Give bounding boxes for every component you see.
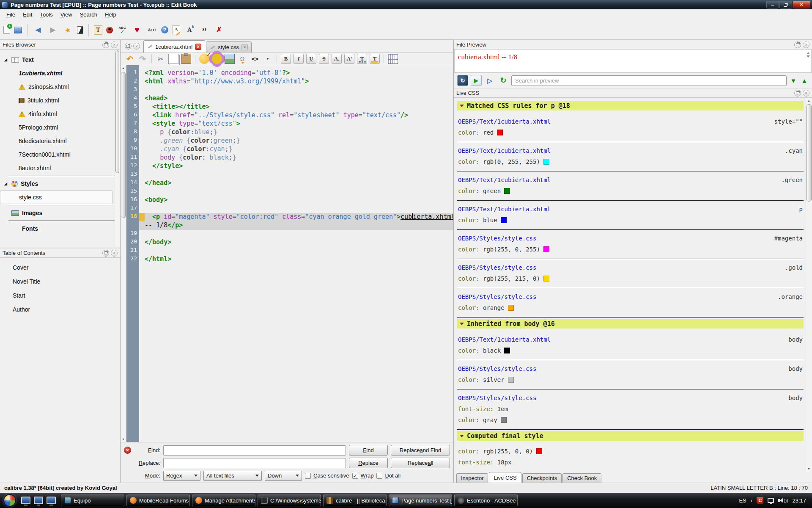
editor-scrollbar[interactable]: ▲ ▼ (121, 65, 126, 442)
code-editor[interactable]: ▲ ▼ 12345678910111213141516171819202122 … (121, 65, 453, 442)
find-previous-icon[interactable]: ▲ (800, 75, 809, 86)
close-panel-button[interactable]: × (111, 41, 118, 48)
file-item-5prologo-xhtml[interactable]: 5Prologo.xhtml (0, 121, 120, 134)
forward-icon[interactable]: ▶ (47, 25, 58, 36)
toc-item-novel-title[interactable]: Novel Title (0, 274, 120, 288)
volume-icon[interactable]: ))) (778, 498, 788, 503)
start-button[interactable] (3, 494, 16, 507)
code-line[interactable]: <p id="magenta" style="color:red" class=… (139, 213, 453, 221)
remove-unused-icon[interactable]: ✗ (214, 25, 225, 36)
find-next-icon[interactable]: ▼ (789, 75, 798, 86)
close-panel-button[interactable]: × (111, 250, 118, 257)
restore-button[interactable] (779, 1, 792, 8)
replace-input[interactable] (163, 458, 346, 468)
tag-dropdown-icon[interactable]: ▾ (263, 54, 273, 64)
taskbar-clock[interactable]: 23:17 (792, 497, 806, 504)
replace-button[interactable]: Replace (349, 458, 388, 468)
preview-content[interactable]: cubierta.xhtml -- 1/8 (454, 49, 812, 73)
code-line[interactable]: .green {color:green;} (139, 137, 453, 145)
css-rule-file-link[interactable]: OEBPS/Styles/style.css (458, 365, 536, 372)
css-rule-file-link[interactable]: OEBPS/Styles/style.css (458, 293, 536, 300)
preview-search-input[interactable] (511, 75, 787, 86)
bold-icon[interactable]: B (281, 54, 291, 64)
file-item-6dedicatoria-xhtml[interactable]: 6dedicatoria.xhtml (0, 134, 120, 148)
code-line[interactable]: body {color: black;} (139, 154, 453, 162)
css-rule-file-link[interactable]: OEBPS/Styles/style.css (458, 395, 536, 401)
insert-text-icon[interactable]: T (94, 25, 102, 35)
collapse-arrow-icon[interactable] (460, 105, 464, 107)
scroll-down-icon[interactable]: ▼ (806, 466, 812, 472)
checkbox-wrap[interactable]: ✓Wrap (352, 472, 374, 479)
network-icon[interactable] (768, 498, 774, 503)
css-rule-file-link[interactable]: OEBPS/Text/1cubierta.xhtml (458, 147, 551, 154)
strikethrough-icon[interactable]: S (319, 54, 329, 64)
task-button-equipo[interactable]: Equipo (61, 494, 124, 506)
section-fonts[interactable]: Fonts (0, 222, 120, 235)
code-line[interactable]: -- 1/8</p> (139, 221, 453, 230)
code-lines[interactable]: <?xml version='1.0' encoding='utf-8'?><h… (139, 65, 453, 442)
toc-item-start[interactable]: Start (0, 288, 120, 302)
files-scrollbar[interactable] (115, 50, 120, 247)
tray-chevron-icon[interactable]: ‹ (751, 497, 753, 504)
detach-icon[interactable]: ▷ (484, 75, 495, 86)
copy-icon[interactable] (168, 54, 178, 64)
code-line[interactable]: </style> (139, 162, 453, 171)
fix-text-icon[interactable]: A (172, 25, 180, 34)
back-icon[interactable]: ◀ (33, 25, 44, 36)
css-section-header-matched-css-rules-for-p-18[interactable]: Matched CSS rules for p @18 (457, 101, 804, 110)
fix-html-icon[interactable] (199, 54, 209, 64)
redo-icon[interactable]: ↷ (137, 54, 148, 64)
css-rule-file-link[interactable]: OEBPS/Text/1cubierta.xhtml (458, 206, 551, 213)
code-line[interactable]: p {color:blue;} (139, 128, 453, 137)
toc-item-author[interactable]: Author (0, 302, 120, 316)
file-item-4info-xhtml[interactable]: 4info.xhtml (0, 107, 120, 121)
special-characters-icon[interactable]: ÅŁČ (146, 25, 157, 36)
code-line[interactable]: <body> (139, 196, 453, 204)
save-icon[interactable] (14, 27, 22, 33)
checkbox-box[interactable] (376, 473, 382, 479)
scope-select[interactable]: All text files (203, 471, 262, 481)
css-rule-file-link[interactable]: OEBPS/Styles/style.css (458, 235, 536, 242)
task-button-c-windows-system3[interactable]: C:\Windows\system3... (258, 494, 321, 506)
cut-icon[interactable]: ✂ (156, 54, 166, 64)
close-find-icon[interactable]: ✕ (124, 447, 131, 454)
checkbox-box[interactable]: ✓ (352, 473, 358, 479)
find-button[interactable]: Find (349, 445, 388, 456)
tab-checkpoints[interactable]: Checkpoints (522, 473, 562, 483)
toc-item-cover[interactable]: Cover (0, 260, 120, 274)
code-line[interactable] (139, 204, 453, 213)
code-line[interactable] (139, 171, 453, 179)
code-line[interactable]: </body> (139, 238, 453, 247)
special-character-icon[interactable]: Ω (237, 54, 247, 64)
code-line[interactable]: <title></title> (139, 103, 453, 111)
transform-icon[interactable]: A (184, 25, 195, 36)
beautify-icon[interactable] (212, 54, 222, 64)
spin-up-icon[interactable] (807, 52, 810, 54)
code-line[interactable]: .cyan {color:cyan;} (139, 145, 453, 154)
tab-1cubierta-xhtml[interactable]: 1cubierta.xhtml× (143, 40, 205, 52)
tray-app-icon[interactable]: C (757, 497, 763, 504)
spell-check-icon[interactable]: ABC (117, 25, 128, 36)
tab-close-icon[interactable]: × (195, 44, 201, 50)
file-item-2sinopsis-xhtml[interactable]: 2sinopsis.xhtml (0, 80, 120, 94)
libraries-icon[interactable] (34, 497, 43, 504)
menu-item-view[interactable]: View (57, 10, 76, 19)
window-titlebar[interactable]: Page numbers Test [EPUB] :: Page numbers… (0, 0, 812, 9)
code-line[interactable] (139, 86, 453, 94)
reload-preview-icon[interactable]: ↻ (457, 75, 468, 86)
css-rule-file-link[interactable]: OEBPS/Styles/style.css (458, 264, 536, 271)
task-button-manage-attachments[interactable]: Manage Attachments... (192, 494, 255, 506)
menu-item-help[interactable]: Help (101, 10, 120, 19)
menu-item-edit[interactable]: Edit (19, 10, 36, 19)
mode-select[interactable]: Regex (163, 471, 200, 481)
split-view-icon[interactable] (77, 26, 83, 34)
code-line[interactable] (139, 230, 453, 238)
section-images[interactable]: Images (0, 206, 120, 220)
file-item-3titulo-xhtml[interactable]: 3titulo.xhtml (0, 94, 120, 107)
file-item-style-css[interactable]: style.css (0, 190, 112, 204)
file-item-1cubierta-xhtml[interactable]: 1cubierta.xhtml (0, 66, 120, 80)
code-line[interactable]: <head> (139, 94, 453, 103)
replace-and-find-button[interactable]: Replace and Find (391, 445, 450, 456)
find-input[interactable] (163, 445, 346, 456)
expand-arrow-icon[interactable]: ◢ (4, 58, 8, 62)
